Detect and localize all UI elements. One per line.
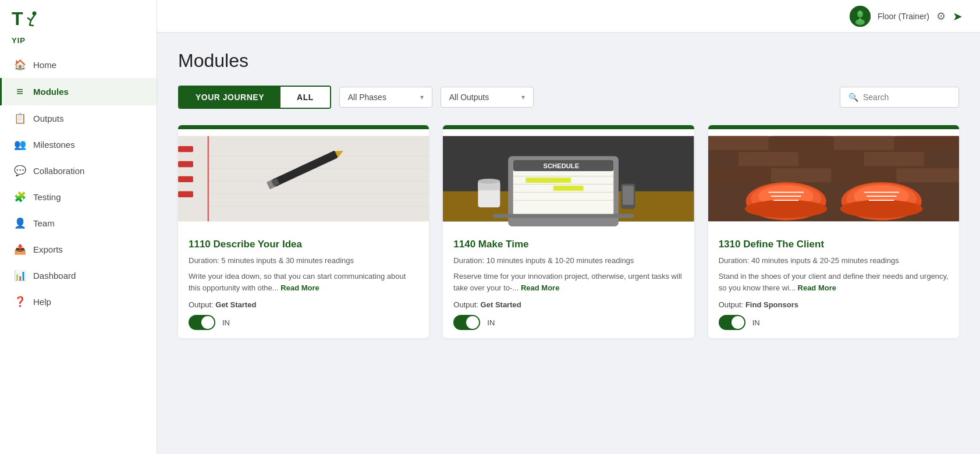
svg-rect-52 <box>708 168 769 182</box>
sidebar-modules-label: Modules <box>33 87 69 97</box>
sidebar-outputs-label: Outputs <box>33 114 64 123</box>
card-title-1140: 1140 Make Time <box>453 239 683 250</box>
svg-point-40 <box>478 179 500 184</box>
read-more-1110[interactable]: Read More <box>280 283 319 292</box>
help-icon: ❓ <box>13 296 26 308</box>
svg-rect-45 <box>708 136 769 150</box>
svg-line-1 <box>31 16 34 21</box>
gear-icon[interactable]: ⚙ <box>936 10 946 23</box>
toggle-1310[interactable] <box>719 315 745 330</box>
toggle-1140[interactable] <box>453 315 480 330</box>
header-user: Floor (Trainer) ⚙ ➤ <box>850 6 963 27</box>
svg-rect-51 <box>864 152 924 166</box>
card-output-value-1310: Find Sponsors <box>745 300 798 309</box>
toggle-knob-1310 <box>732 316 744 329</box>
svg-rect-19 <box>178 161 193 167</box>
svg-rect-20 <box>178 176 193 182</box>
dashboard-icon: 📊 <box>13 269 26 282</box>
card-output-1110: Output: Get Started <box>189 300 418 309</box>
search-box[interactable]: 🔍 <box>840 87 959 108</box>
svg-rect-55 <box>896 168 959 182</box>
card-body-1310: 1310 Define The Client Duration: 40 minu… <box>708 228 959 338</box>
card-toggle-row-1110: IN <box>189 315 418 330</box>
sidebar-testing-label: Testing <box>33 192 61 202</box>
sidebar-item-team[interactable]: 👤 Team <box>0 210 157 236</box>
sidebar-logo: T <box>0 0 157 34</box>
card-output-value-1110: Get Started <box>215 300 256 309</box>
search-input[interactable] <box>863 93 950 102</box>
svg-rect-47 <box>833 136 894 150</box>
main-content: Modules YOUR JOURNEY ALL All Phases ▾ Al… <box>157 33 980 454</box>
search-icon: 🔍 <box>848 93 858 102</box>
avatar <box>850 6 871 27</box>
card-accent-bar-1310 <box>708 125 959 129</box>
card-body-1110: 1110 Describe Your Idea Duration: 5 minu… <box>178 228 429 338</box>
header: Floor (Trainer) ⚙ ➤ <box>157 0 980 33</box>
svg-rect-46 <box>770 136 831 150</box>
signout-icon[interactable]: ➤ <box>953 9 963 23</box>
phases-chevron-icon: ▾ <box>420 93 424 101</box>
svg-rect-41 <box>493 214 634 218</box>
card-duration-1140: Duration: 10 minutes inputs & 10-20 minu… <box>453 256 683 265</box>
page-title: Modules <box>178 50 959 72</box>
tab-all[interactable]: ALL <box>280 87 330 108</box>
sidebar-item-help[interactable]: ❓ Help <box>0 289 157 315</box>
sidebar-item-milestones[interactable]: 👥 Milestones <box>0 132 157 158</box>
svg-text:SCHEDULE: SCHEDULE <box>544 162 580 169</box>
sidebar-item-collaboration[interactable]: 💬 Collaboration <box>0 158 157 184</box>
sidebar-exports-label: Exports <box>33 244 63 254</box>
phases-filter[interactable]: All Phases ▾ <box>339 87 432 108</box>
card-duration-1310: Duration: 40 minutes inputs & 20-25 minu… <box>719 256 949 265</box>
modules-icon: ≡ <box>13 85 26 98</box>
outputs-icon: 📋 <box>13 112 26 125</box>
svg-rect-21 <box>178 191 193 197</box>
toggle-1110[interactable] <box>189 315 215 330</box>
sidebar-item-outputs[interactable]: 📋 Outputs <box>0 105 157 132</box>
card-toggle-row-1310: IN <box>719 315 949 330</box>
svg-rect-50 <box>801 152 861 166</box>
svg-rect-53 <box>770 168 831 182</box>
svg-rect-49 <box>738 152 798 166</box>
avatar-svg <box>850 6 871 27</box>
sidebar-item-home[interactable]: 🏠 Home <box>0 52 157 78</box>
card-accent-bar-1140 <box>443 125 694 129</box>
sidebar-item-exports[interactable]: 📤 Exports <box>0 236 157 263</box>
card-duration-1110: Duration: 5 minutes inputs & 30 minutes … <box>189 256 418 265</box>
sidebar-item-dashboard[interactable]: 📊 Dashboard <box>0 263 157 289</box>
card-description-1140: Reserve time for your innovation project… <box>453 271 683 293</box>
toggle-knob-1140 <box>466 316 479 329</box>
svg-rect-11 <box>178 136 429 222</box>
card-image-1310 <box>708 129 959 228</box>
home-icon: 🏠 <box>13 59 26 71</box>
card-image-1140: SCHEDULE <box>443 129 694 228</box>
sidebar-item-testing[interactable]: 🧩 Testing <box>0 184 157 210</box>
schedule-image-svg: SCHEDULE <box>443 129 694 228</box>
card-output-1310: Output: Find Sponsors <box>719 300 949 309</box>
svg-point-59 <box>745 200 827 218</box>
sidebar-item-modules[interactable]: ≡ Modules <box>0 78 157 105</box>
card-title-1110: 1110 Describe Your Idea <box>189 239 418 250</box>
read-more-1140[interactable]: Read More <box>521 283 559 292</box>
logo-text: T <box>12 9 23 28</box>
card-image-1110 <box>178 129 429 228</box>
toggle-label-1310: IN <box>752 318 760 327</box>
sidebar-home-label: Home <box>33 60 56 70</box>
sidebar-nav: 🏠 Home ≡ Modules 📋 Outputs 👥 Milestones … <box>0 52 157 315</box>
filters-bar: YOUR JOURNEY ALL All Phases ▾ All Output… <box>178 86 959 109</box>
modules-grid: 1110 Describe Your Idea Duration: 5 minu… <box>178 125 959 338</box>
card-output-1140: Output: Get Started <box>453 300 683 309</box>
toggle-label-1140: IN <box>487 318 495 327</box>
outputs-filter-label: All Outputs <box>449 93 517 102</box>
card-body-1140: 1140 Make Time Duration: 10 minutes inpu… <box>443 228 694 338</box>
card-output-value-1140: Get Started <box>481 300 521 309</box>
tab-your-journey[interactable]: YOUR JOURNEY <box>179 87 280 108</box>
outputs-filter[interactable]: All Outputs ▾ <box>441 87 534 108</box>
exports-icon: 📤 <box>13 243 26 256</box>
read-more-1310[interactable]: Read More <box>798 283 836 292</box>
logo-icon <box>23 10 40 27</box>
testing-icon: 🧩 <box>13 191 26 203</box>
card-accent-bar <box>178 125 429 129</box>
svg-point-66 <box>840 200 922 218</box>
sidebar-help-label: Help <box>33 297 51 307</box>
module-card-1310: 1310 Define The Client Duration: 40 minu… <box>708 125 959 338</box>
